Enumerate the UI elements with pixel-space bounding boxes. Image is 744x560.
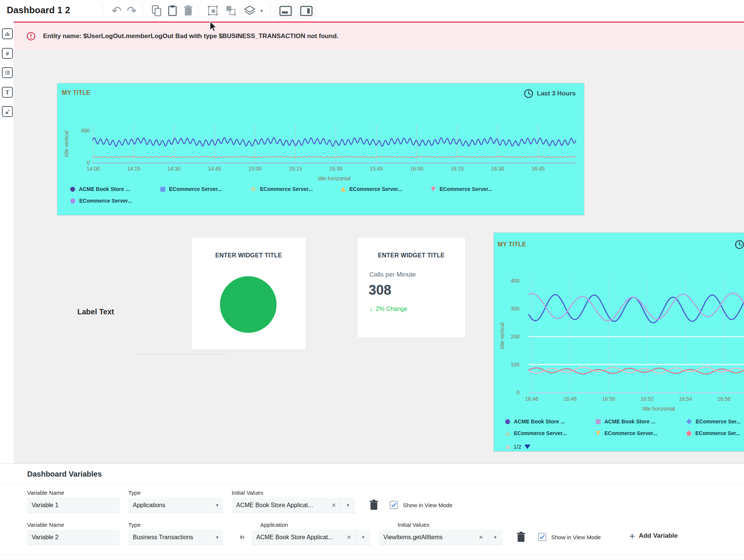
- pentagon-marker-icon: [70, 198, 75, 203]
- right-panel-icon: [300, 6, 313, 16]
- legend-item[interactable]: ECommerce Server...: [70, 198, 160, 204]
- dashboard-variables-panel: Dashboard Variables Variable Name Type A…: [0, 463, 744, 560]
- y-axis-ticks: 4003002001000: [504, 279, 520, 392]
- timeseries-widget[interactable]: MY TITLE title vertical 4003002001000 16…: [493, 232, 744, 452]
- application-field: ACME Book Store Applicat... ✕ ▾: [252, 530, 370, 545]
- add-chart-widget-button[interactable]: [2, 28, 13, 39]
- token-label: ViewItems.getAllItems: [383, 534, 443, 541]
- legend-label: ECommerce Server...: [349, 186, 402, 192]
- time-range-label: Last 3 Hours: [537, 90, 576, 97]
- metric-widget[interactable]: ENTER WIDGET TITLE Calls per Minute 308 …: [357, 237, 466, 338]
- value-token[interactable]: ViewItems.getAllItems ✕: [379, 530, 488, 545]
- type-select[interactable]: Applications ▾: [128, 498, 223, 513]
- show-in-view-mode-checkbox[interactable]: [538, 533, 546, 541]
- toolbar-separator: [103, 5, 103, 16]
- show-in-view-mode-checkbox[interactable]: [390, 501, 398, 509]
- timeseries-widget[interactable]: MY TITLE Last 3 Hours title vertical 480…: [57, 83, 584, 215]
- y-axis-tick-label: 480: [81, 128, 90, 134]
- variable-name-input[interactable]: [27, 498, 120, 513]
- undo-button[interactable]: ↶: [109, 3, 124, 18]
- type-select[interactable]: Business Transactions ▾: [128, 530, 223, 545]
- variable-name-input[interactable]: [27, 530, 120, 545]
- legend-item[interactable]: ECommerce Server...: [341, 186, 431, 192]
- show-in-view-mode-label: Show in View Mode: [403, 502, 452, 508]
- diamond-marker-icon: [251, 186, 256, 192]
- square-marker-icon: [596, 419, 601, 424]
- legend-pager: 1/2: [505, 443, 530, 450]
- series-line: [529, 293, 744, 321]
- legend-item[interactable]: ECommerce Server...: [505, 430, 596, 436]
- paste-button[interactable]: [165, 3, 180, 18]
- add-list-widget-button[interactable]: [2, 67, 13, 78]
- value-token[interactable]: ACME Book Store Applicat... ✕: [252, 530, 356, 545]
- remove-token-icon[interactable]: ✕: [331, 502, 336, 509]
- legend-item[interactable]: ECommerce Server...: [431, 186, 521, 192]
- toolbar-separator: [198, 5, 198, 16]
- toolbar-separator: [270, 5, 271, 16]
- legend-label: ECommerce Server...: [260, 186, 313, 192]
- layers-caret-button[interactable]: ▾: [258, 3, 265, 18]
- legend-item[interactable]: ECommerce Server...: [160, 186, 251, 192]
- y-axis-tick-label: 400: [511, 278, 520, 284]
- legend-item[interactable]: ACME Book Store ...: [505, 418, 596, 425]
- widget-title: MY TITLE: [62, 89, 91, 96]
- chevron-down-icon: ▾: [260, 8, 263, 14]
- x-axis-ticks: 14:0014:1514:3014:4515:0015:1515:3015:45…: [93, 166, 576, 172]
- chevron-down-icon: ▾: [216, 502, 218, 508]
- token-dropdown-button[interactable]: ▾: [488, 530, 502, 545]
- add-text-widget-button[interactable]: T: [2, 87, 13, 98]
- redo-icon: ↷: [127, 5, 137, 17]
- dashboard-title: Dashboard 1 2: [7, 5, 70, 15]
- toggle-bottom-panel-button[interactable]: [277, 3, 295, 19]
- toggle-right-panel-button[interactable]: [297, 3, 315, 19]
- token-dropdown-button[interactable]: ▾: [341, 498, 355, 513]
- label-widget[interactable]: Label Text: [77, 308, 114, 316]
- type-select-value: Applications: [133, 502, 165, 509]
- ungroup-button[interactable]: [224, 3, 238, 18]
- page-down-icon[interactable]: [524, 445, 530, 449]
- remove-token-icon[interactable]: ✕: [346, 534, 351, 541]
- legend-item[interactable]: ECommerce Server...: [251, 186, 341, 192]
- add-variable-button[interactable]: + Add Variable: [629, 531, 678, 541]
- clock-icon[interactable]: [735, 240, 744, 249]
- error-message: Entity name: $UserLogOut.memberLogOut Ba…: [43, 32, 338, 40]
- copy-icon: [152, 5, 161, 16]
- redo-button[interactable]: ↷: [125, 3, 139, 18]
- legend-item[interactable]: ACME Book Store ...: [70, 186, 160, 192]
- time-range[interactable]: Last 3 Hours: [524, 89, 576, 98]
- triangle-up-marker-icon: [505, 431, 510, 436]
- legend-item[interactable]: ACME Book Store ...: [596, 418, 686, 425]
- x-axis-tick-label: 16:50: [602, 396, 615, 402]
- delete-variable-button[interactable]: [516, 531, 527, 543]
- y-axis-tick-label: 200: [511, 334, 520, 340]
- pie-chart[interactable]: [220, 276, 277, 333]
- bottom-panel-icon: [279, 6, 292, 16]
- chevron-down-icon: ▾: [216, 534, 218, 540]
- trash-icon: [183, 5, 193, 16]
- list-icon: [5, 70, 10, 75]
- add-metric-widget-button[interactable]: #: [2, 48, 13, 59]
- legend-item[interactable]: ECommerce Ser...: [686, 430, 744, 436]
- add-image-widget-button[interactable]: [2, 106, 13, 117]
- layers-button[interactable]: [243, 3, 256, 18]
- page-up-icon[interactable]: [505, 445, 510, 449]
- copy-button[interactable]: [149, 3, 164, 18]
- legend-item[interactable]: ECommerce Ser...: [686, 418, 744, 425]
- pie-widget[interactable]: ENTER WIDGET TITLE: [191, 237, 306, 350]
- delete-button[interactable]: [181, 3, 195, 18]
- legend-label: ECommerce Server...: [79, 198, 132, 204]
- value-token[interactable]: ACME Book Store Applicat... ✕: [232, 498, 341, 513]
- group-button[interactable]: [206, 3, 220, 18]
- delete-variable-button[interactable]: [369, 499, 380, 511]
- widget-boundary: [135, 354, 228, 354]
- remove-token-icon[interactable]: ✕: [478, 534, 483, 541]
- legend-item[interactable]: ECommerce Server...: [596, 430, 686, 436]
- token-dropdown-button[interactable]: ▾: [356, 530, 370, 545]
- widget-palette-sidebar: # T: [0, 22, 14, 463]
- x-axis-tick-label: 16:00: [410, 166, 423, 172]
- error-banner: Entity name: $UserLogOut.memberLogOut Ba…: [14, 22, 744, 50]
- triangle-down-marker-icon: [431, 187, 436, 192]
- x-axis-tick-label: 16:54: [679, 396, 692, 402]
- x-axis-tick-label: 14:15: [127, 166, 140, 172]
- paste-icon: [168, 5, 177, 16]
